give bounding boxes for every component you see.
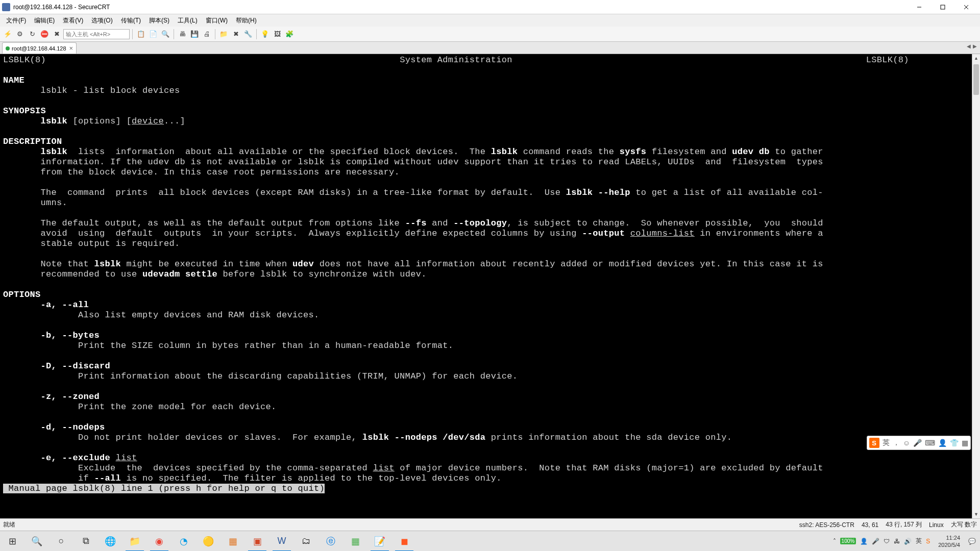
help-icon[interactable]: 💡 [259,29,271,40]
status-encoding: Linux [929,521,944,529]
ie-icon[interactable]: ⓔ [318,531,343,552]
menu-window[interactable]: 窗口(W) [202,15,232,27]
tab-close-icon[interactable]: × [69,44,74,52]
properties-icon[interactable]: 🖨 [201,29,212,40]
opt-z-desc: Print the zone model for each device. [3,402,277,412]
ime-emoji-icon[interactable]: ☺ [903,439,910,447]
exit-icon[interactable]: 🧩 [284,29,295,40]
print-icon[interactable]: 🖶 [177,29,188,40]
word-icon[interactable]: W [270,531,294,552]
menu-transfer[interactable]: 传输(T) [117,15,145,27]
tray-security-icon[interactable]: 🛡 [884,538,890,545]
desc2l2: umns. [3,198,67,208]
toolbar-separator [256,29,257,39]
connect-icon[interactable]: ⚡ [2,29,13,40]
new-session-icon[interactable]: ✖ [51,29,62,40]
opt-a: -a, --all [41,300,89,310]
find-icon[interactable]: 🔍 [160,29,171,40]
tray-mic-icon[interactable]: 🎤 [872,538,879,545]
scroll-thumb[interactable] [973,64,979,95]
tab-nav-arrows[interactable]: ◀▶ [966,43,978,49]
opt-e-l2a: if [3,473,94,483]
desc4e: does not have all information about rece… [314,259,823,269]
desc3l2c [625,229,630,238]
paste-icon[interactable]: 📄 [148,29,159,40]
ime-keyboard-icon[interactable]: ⌨ [925,439,935,447]
start-button[interactable]: ⊞ [0,531,24,552]
ime-user-icon[interactable]: 👤 [938,439,947,447]
app-icon-generic[interactable]: 🗂 [294,531,318,552]
menu-options[interactable]: 选项(O) [87,15,116,27]
notepad-icon[interactable]: 📝 [368,531,392,552]
close-button[interactable] [954,0,978,14]
search-icon[interactable]: 🔍 [24,531,49,552]
section-synopsis: SYNOPSIS [3,106,46,116]
terminal-scrollbar[interactable]: ▲ ▼ [972,54,980,518]
tabbar: root@192.168.44.128 × ◀▶ [0,42,980,54]
ime-skin-icon[interactable]: 👕 [950,439,959,447]
reconnect-icon[interactable]: ↻ [27,29,38,40]
taskview-icon[interactable]: ⧉ [74,531,98,552]
save-icon[interactable]: 💾 [189,29,200,40]
tray-people-icon[interactable]: 👤 [860,538,868,545]
folder-icon[interactable]: 📁 [218,29,229,40]
explorer-icon[interactable]: 📁 [122,531,147,552]
vmware-icon[interactable]: ▣ [245,531,270,552]
menu-tools[interactable]: 工具(L) [174,15,202,27]
man-header-right: LSBLK(8) [866,55,909,65]
app-icon-blue[interactable]: ◔ [172,531,196,552]
vs-icon[interactable]: ▦ [220,531,245,552]
quick-connect-icon[interactable]: ⚙ [14,29,26,40]
window-title: root@192.168.44.128 - SecureCRT [13,4,908,11]
menu-view[interactable]: 查看(V) [59,15,87,27]
desc1d: command reads the [518,147,620,157]
ime-toolbar[interactable]: S 英 ， ☺ 🎤 ⌨ 👤 👕 ▦ [867,436,971,450]
syn-end: ...] [164,116,185,126]
tray-sogou-icon[interactable]: S [926,538,930,545]
scroll-down-icon[interactable]: ▼ [972,510,980,518]
desc4c: might be executed in time when [121,259,292,269]
recorder-icon[interactable]: ◼ [392,531,416,552]
sogou-icon[interactable]: S [869,438,879,448]
chrome-icon[interactable]: ◉ [147,531,172,552]
name-cmd: lsblk [41,86,68,95]
key-icon[interactable]: 🔧 [242,29,254,40]
battery-indicator[interactable]: 100% [840,538,856,544]
desc1l3: from the block device. In this case root… [3,167,400,177]
tray-ime-lang-icon[interactable]: 英 [916,537,922,545]
tray-volume-icon[interactable]: 🔊 [904,538,912,545]
status-dot-icon [6,46,10,51]
about-icon[interactable]: 🖼 [272,29,283,40]
notifications-icon[interactable]: 💬 [968,538,976,545]
ime-punct-icon[interactable]: ， [893,438,900,447]
ime-toolbox-icon[interactable]: ▦ [962,439,968,447]
cortana-icon[interactable]: ○ [49,531,74,552]
app-icon-green[interactable]: ▦ [343,531,368,552]
taskbar: ⊞ 🔍 ○ ⧉ 🌐 📁 ◉ ◔ 🟡 ▦ ▣ W 🗂 ⓔ ▦ 📝 ◼ ˄ 100%… [0,531,980,551]
syn-cmd: lsblk [41,116,68,126]
disconnect-icon[interactable]: ⛔ [39,29,50,40]
tray-chevron-icon[interactable]: ˄ [833,538,836,545]
opt-e-a: -e, --exclude [41,453,111,463]
menu-edit[interactable]: 编辑(E) [30,15,59,27]
session-tab[interactable]: root@192.168.44.128 × [2,42,77,54]
tray-clock[interactable]: 11:24 2020/5/4 [934,534,964,548]
menu-help[interactable]: 帮助(H) [232,15,261,27]
menu-file[interactable]: 文件(F) [2,15,30,27]
ime-voice-icon[interactable]: 🎤 [913,439,922,447]
desc3a: The default output, as well as the defau… [3,218,405,228]
tray-network-icon[interactable]: 🖧 [894,538,900,545]
minimize-button[interactable] [908,0,931,14]
chrome2-icon[interactable]: 🟡 [196,531,220,552]
tray-date: 2020/5/4 [938,541,960,548]
settings-icon[interactable]: ✖ [230,29,241,40]
scroll-up-icon[interactable]: ▲ [972,54,980,62]
edge-icon[interactable]: 🌐 [98,531,122,552]
menu-script[interactable]: 脚本(S) [145,15,174,27]
host-input[interactable] [63,29,130,39]
copy-icon[interactable]: 📋 [135,29,146,40]
terminal[interactable]: LSBLK(8) System Administration LSBLK(8) … [0,54,972,518]
ime-lang[interactable]: 英 [883,438,890,447]
maximize-button[interactable] [931,0,954,14]
opt-z: -z, --zoned [41,392,100,402]
